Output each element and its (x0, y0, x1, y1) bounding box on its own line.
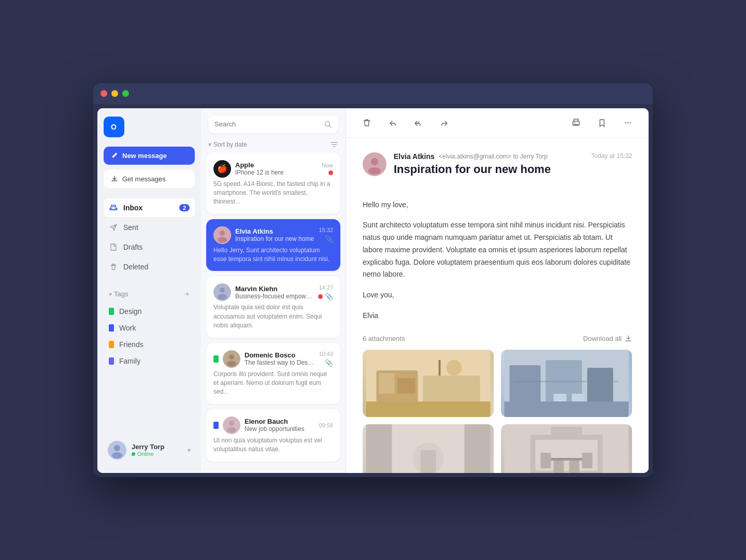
svg-rect-51 (546, 458, 587, 461)
tag-item-friends[interactable]: Friends (104, 336, 195, 353)
email-date: Today at 15:32 (591, 152, 632, 160)
attachments-section: 6 attachments Download all (363, 335, 632, 473)
email-viewer: Elvia Atkins <elvia.atkins@gmail.com> to… (346, 108, 649, 473)
svg-rect-42 (366, 424, 392, 473)
tag-marker (213, 422, 219, 429)
svg-point-4 (112, 452, 122, 458)
attachment-2[interactable] (501, 350, 632, 417)
reply-button[interactable] (384, 114, 401, 131)
attachment-icon: 📎 (325, 235, 333, 243)
sender-avatar (363, 152, 386, 176)
email-subject: Inspiration for our new home (394, 163, 584, 176)
forward-button[interactable] (436, 114, 453, 131)
svg-point-19 (629, 122, 630, 123)
tag-item-family[interactable]: Family (104, 353, 195, 369)
apple-avatar: 🍎 (213, 160, 231, 178)
attachment-4[interactable] (501, 424, 632, 473)
more-button[interactable] (620, 114, 636, 131)
svg-rect-39 (554, 394, 567, 401)
svg-rect-36 (587, 368, 613, 407)
user-profile[interactable]: Jerry Torp Online ▾ (104, 436, 195, 465)
svg-point-30 (447, 360, 462, 376)
domenic-avatar (223, 350, 240, 368)
message-item-elvia[interactable]: Elvia Atkins Inspiration for our new hom… (206, 219, 340, 271)
reply-all-button[interactable] (410, 114, 427, 131)
close-button[interactable] (101, 90, 107, 97)
bookmark-button[interactable] (594, 114, 610, 131)
sent-icon (109, 223, 118, 232)
svg-text:O: O (111, 123, 117, 131)
friends-tag-dot (109, 341, 114, 348)
message-item-elenor[interactable]: Elenor Bauch New job opportunities 09:58… (206, 409, 340, 462)
inbox-icon (109, 203, 118, 212)
app-body: O New message Get messages (97, 108, 649, 473)
email-body: Hello my love, Sunt architecto voluptatu… (363, 199, 632, 322)
sidebar-item-drafts[interactable]: Drafts (104, 238, 195, 256)
message-list-panel: ▾ Sort by date 🍎 Apple iPh (201, 108, 346, 473)
message-item-marvin[interactable]: Marvin Kiehn Business-focused empowering… (206, 276, 340, 337)
attachment-1[interactable] (363, 350, 494, 417)
svg-rect-27 (397, 378, 415, 394)
download-all-button[interactable]: Download all (583, 335, 632, 342)
svg-point-13 (229, 354, 234, 360)
tags-section: ▾ Tags + Design Work Friends (104, 285, 195, 369)
download-icon (111, 175, 118, 182)
traffic-lights (101, 90, 129, 97)
svg-point-18 (627, 122, 628, 123)
message-item-apple[interactable]: 🍎 Apple iPhone 12 is here Now 5G speed. … (206, 153, 340, 214)
email-content: Elvia Atkins <elvia.atkins@gmail.com> to… (346, 138, 649, 473)
attachments-count: 6 attachments (363, 335, 405, 342)
svg-point-20 (625, 122, 626, 123)
svg-rect-52 (541, 453, 551, 468)
search-input-wrap[interactable] (208, 116, 338, 133)
search-icon (324, 120, 332, 128)
messages-scroll: 🍎 Apple iPhone 12 is here Now 5G speed. … (201, 153, 346, 473)
attachment-3[interactable] (363, 424, 494, 473)
pencil-icon (111, 152, 118, 159)
work-tag-dot (109, 324, 114, 332)
filter-icon[interactable] (330, 140, 338, 149)
svg-rect-40 (572, 394, 585, 401)
sidebar-item-deleted[interactable]: Deleted (104, 257, 195, 276)
minimize-button[interactable] (111, 90, 118, 97)
sidebar-item-sent[interactable]: Sent (104, 218, 195, 237)
message-item-domenic[interactable]: Domenic Bosco The fastest way to Design … (206, 343, 340, 404)
print-button[interactable] (568, 114, 584, 131)
download-icon (625, 335, 632, 342)
svg-rect-29 (366, 401, 491, 417)
tag-item-design[interactable]: Design (104, 303, 195, 320)
delete-button[interactable] (358, 114, 375, 131)
svg-point-10 (220, 288, 225, 293)
svg-rect-47 (421, 450, 436, 473)
get-messages-button[interactable]: Get messages (104, 170, 195, 188)
svg-point-17 (227, 427, 236, 433)
maximize-button[interactable] (122, 90, 129, 97)
svg-rect-37 (515, 381, 619, 382)
unread-badge (318, 294, 323, 299)
search-input[interactable] (214, 120, 320, 128)
svg-rect-54 (554, 461, 564, 473)
tags-label: Tags (114, 290, 128, 298)
elenor-avatar (223, 417, 240, 434)
attachment-icon: 📎 (325, 359, 333, 367)
svg-rect-31 (439, 360, 441, 376)
avatar (108, 441, 126, 460)
design-tag-dot (109, 308, 114, 315)
user-info: Jerry Torp Online (132, 443, 182, 457)
svg-point-23 (368, 167, 381, 175)
tags-header[interactable]: ▾ Tags + (104, 285, 195, 303)
tag-item-work[interactable]: Work (104, 320, 195, 336)
user-chevron-icon: ▾ (188, 447, 191, 454)
sort-bar[interactable]: ▾ Sort by date (201, 137, 346, 153)
sort-by-date[interactable]: ▾ Sort by date (208, 141, 247, 148)
new-message-button[interactable]: New message (104, 147, 195, 165)
svg-point-3 (114, 445, 120, 451)
svg-rect-44 (465, 424, 491, 473)
tag-marker (213, 355, 219, 363)
sidebar-item-inbox[interactable]: Inbox 2 (104, 198, 195, 217)
svg-rect-55 (569, 461, 580, 473)
svg-rect-38 (505, 401, 629, 417)
elvia-avatar (213, 226, 231, 244)
svg-point-11 (218, 294, 227, 300)
add-tag-button[interactable]: + (185, 290, 190, 299)
